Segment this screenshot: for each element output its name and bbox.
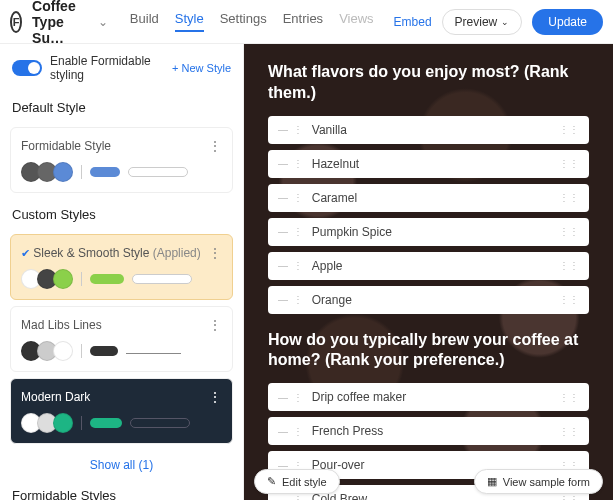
grip-icon[interactable]: ⋮⋮: [559, 260, 579, 271]
rank-label: Pumpkin Spice: [312, 225, 392, 239]
question-title: How do you typically brew your coffee at…: [268, 330, 589, 372]
grip-icon[interactable]: ⋮⋮: [559, 294, 579, 305]
rank-item[interactable]: — ⋮Hazelnut⋮⋮: [268, 150, 589, 178]
grip-icon[interactable]: ⋮⋮: [559, 192, 579, 203]
kebab-icon[interactable]: ⋮: [208, 317, 222, 333]
rank-item[interactable]: — ⋮Orange⋮⋮: [268, 286, 589, 314]
update-button[interactable]: Update: [532, 9, 603, 35]
rank-label: Drip coffee maker: [312, 390, 406, 404]
drag-handle-icon[interactable]: — ⋮: [278, 494, 304, 500]
chevron-down-icon: ⌄: [501, 17, 509, 27]
tab-style[interactable]: Style: [175, 11, 204, 32]
drag-handle-icon[interactable]: — ⋮: [278, 124, 304, 135]
app-logo: F: [10, 11, 22, 33]
pencil-icon: ✎: [267, 475, 276, 488]
custom-styles-heading: Custom Styles: [0, 199, 243, 228]
tab-build[interactable]: Build: [130, 11, 159, 32]
kebab-icon[interactable]: ⋮: [208, 389, 222, 405]
enable-toggle[interactable]: [12, 60, 42, 76]
tab-settings[interactable]: Settings: [220, 11, 267, 32]
formidable-styles-heading: Formidable Styles: [0, 480, 243, 500]
drag-handle-icon[interactable]: — ⋮: [278, 294, 304, 305]
enable-row: Enable Formidable styling + New Style: [0, 44, 243, 92]
view-sample-button[interactable]: ▦ View sample form: [474, 469, 603, 494]
drag-handle-icon[interactable]: — ⋮: [278, 158, 304, 169]
style-sidebar: Enable Formidable styling + New Style De…: [0, 44, 244, 500]
tab-views[interactable]: Views: [339, 11, 373, 32]
rank-item[interactable]: — ⋮Vanilla⋮⋮: [268, 116, 589, 144]
drag-handle-icon[interactable]: — ⋮: [278, 192, 304, 203]
rank-item[interactable]: — ⋮Drip coffee maker⋮⋮: [268, 383, 589, 411]
preview-button[interactable]: Preview ⌄: [442, 9, 523, 35]
enable-label: Enable Formidable styling: [50, 54, 172, 82]
tab-entries[interactable]: Entries: [283, 11, 323, 32]
drag-handle-icon[interactable]: — ⋮: [278, 392, 304, 403]
edit-style-button[interactable]: ✎ Edit style: [254, 469, 340, 494]
form-preview: What flavors do you enjoy most? (Rank th…: [244, 44, 613, 500]
grip-icon[interactable]: ⋮⋮: [559, 494, 579, 500]
rank-item[interactable]: — ⋮French Press⋮⋮: [268, 417, 589, 445]
drag-handle-icon[interactable]: — ⋮: [278, 226, 304, 237]
style-name: Modern Dark: [21, 390, 90, 404]
style-card-madlibs[interactable]: Mad Libs Lines ⋮: [10, 306, 233, 372]
kebab-icon[interactable]: ⋮: [208, 138, 222, 154]
grip-icon[interactable]: ⋮⋮: [559, 226, 579, 237]
check-icon: ✔: [21, 247, 30, 259]
rank-label: French Press: [312, 424, 383, 438]
style-card-modern-dark[interactable]: Modern Dark ⋮: [10, 378, 233, 444]
rank-item[interactable]: — ⋮Pumpkin Spice⋮⋮: [268, 218, 589, 246]
embed-link[interactable]: Embed: [394, 15, 432, 29]
chevron-down-icon[interactable]: ⌄: [98, 15, 108, 29]
header-tabs: Build Style Settings Entries Views: [130, 11, 374, 32]
grip-icon[interactable]: ⋮⋮: [559, 392, 579, 403]
top-bar: F Coffee Type Su… ⌄ Build Style Settings…: [0, 0, 613, 44]
rank-item[interactable]: — ⋮Caramel⋮⋮: [268, 184, 589, 212]
question-title: What flavors do you enjoy most? (Rank th…: [268, 62, 589, 104]
grip-icon[interactable]: ⋮⋮: [559, 158, 579, 169]
style-name: Mad Libs Lines: [21, 318, 102, 332]
grip-icon[interactable]: ⋮⋮: [559, 124, 579, 135]
drag-handle-icon[interactable]: — ⋮: [278, 260, 304, 271]
style-name: Formidable Style: [21, 139, 111, 153]
rank-item[interactable]: — ⋮Apple⋮⋮: [268, 252, 589, 280]
rank-label: Vanilla: [312, 123, 347, 137]
grid-icon: ▦: [487, 475, 497, 488]
style-name: ✔ Sleek & Smooth Style (Applied): [21, 246, 201, 260]
style-card-formidable[interactable]: Formidable Style ⋮: [10, 127, 233, 193]
show-all-link[interactable]: Show all (1): [0, 450, 243, 480]
rank-label: Hazelnut: [312, 157, 359, 171]
rank-label: Orange: [312, 293, 352, 307]
default-style-heading: Default Style: [0, 92, 243, 121]
rank-label: Caramel: [312, 191, 357, 205]
rank-label: Apple: [312, 259, 343, 273]
style-card-sleek[interactable]: ✔ Sleek & Smooth Style (Applied) ⋮: [10, 234, 233, 300]
new-style-link[interactable]: + New Style: [172, 62, 231, 74]
kebab-icon[interactable]: ⋮: [208, 245, 222, 261]
drag-handle-icon[interactable]: — ⋮: [278, 426, 304, 437]
form-title: Coffee Type Su…: [32, 0, 84, 46]
grip-icon[interactable]: ⋮⋮: [559, 426, 579, 437]
main-layout: Enable Formidable styling + New Style De…: [0, 44, 613, 500]
